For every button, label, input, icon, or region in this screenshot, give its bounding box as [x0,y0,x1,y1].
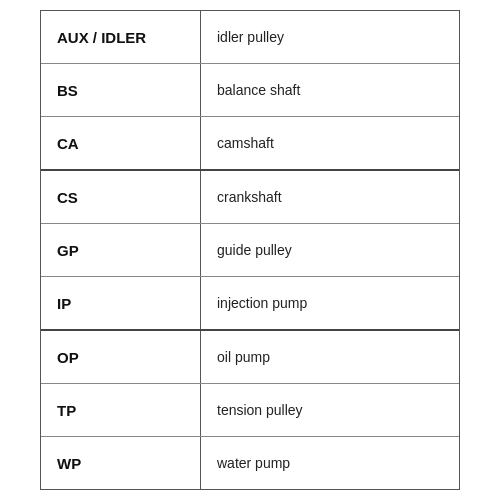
table-row: OPoil pump [41,331,459,384]
description-cell: balance shaft [201,64,459,116]
table-row: IPinjection pump [41,277,459,331]
abbreviation-cell: AUX / IDLER [41,11,201,63]
description-cell: oil pump [201,331,459,383]
abbreviation-cell: OP [41,331,201,383]
table-row: GPguide pulley [41,224,459,277]
table-row: BSbalance shaft [41,64,459,117]
abbreviation-cell: WP [41,437,201,489]
description-cell: water pump [201,437,459,489]
description-cell: injection pump [201,277,459,329]
abbreviation-cell: GP [41,224,201,276]
description-cell: tension pulley [201,384,459,436]
abbreviation-table: AUX / IDLERidler pulleyBSbalance shaftCA… [40,10,460,490]
abbreviation-cell: CS [41,171,201,223]
table-row: WPwater pump [41,437,459,489]
table-row: AUX / IDLERidler pulley [41,11,459,64]
description-cell: crankshaft [201,171,459,223]
abbreviation-cell: CA [41,117,201,169]
abbreviation-cell: BS [41,64,201,116]
description-cell: idler pulley [201,11,459,63]
table-row: TPtension pulley [41,384,459,437]
table-row: CScrankshaft [41,171,459,224]
abbreviation-cell: IP [41,277,201,329]
description-cell: camshaft [201,117,459,169]
abbreviation-cell: TP [41,384,201,436]
table-row: CAcamshaft [41,117,459,171]
description-cell: guide pulley [201,224,459,276]
